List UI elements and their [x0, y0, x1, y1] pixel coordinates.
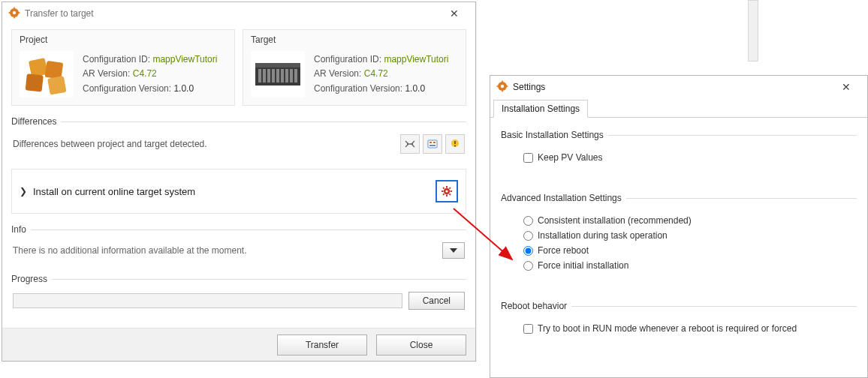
svg-rect-39: [502, 80, 503, 82]
chevron-right-icon: ❯: [20, 186, 27, 196]
close-icon: ✕: [450, 8, 459, 19]
progress-section: Progress Cancel: [11, 274, 466, 314]
settings-dialog: Settings ✕ Installation Settings Basic I…: [490, 75, 868, 378]
svg-rect-21: [428, 140, 437, 148]
settings-title: Settings: [513, 82, 831, 92]
target-config-id: mappViewTutori: [384, 54, 448, 64]
install-settings-button[interactable]: [436, 180, 458, 202]
svg-point-26: [454, 146, 456, 147]
force-initial-label: Force initial installation: [538, 260, 628, 271]
diff-compare-button[interactable]: [400, 134, 420, 154]
cancel-button[interactable]: Cancel: [408, 292, 465, 310]
svg-rect-23: [433, 142, 436, 143]
transfer-button[interactable]: Transfer: [277, 334, 367, 356]
try-run-checkbox[interactable]: [523, 324, 533, 334]
svg-rect-4: [9, 12, 11, 14]
svg-rect-3: [14, 16, 15, 18]
svg-point-28: [445, 190, 448, 192]
target-config-id-label: Configuration ID:: [314, 54, 381, 64]
svg-rect-41: [497, 86, 499, 87]
diff-module-button[interactable]: [423, 134, 442, 154]
svg-rect-2: [14, 7, 15, 9]
force-reboot-radio[interactable]: [523, 246, 533, 256]
close-icon: ✕: [842, 82, 851, 92]
svg-point-1: [13, 10, 16, 14]
target-ar-version: C4.72: [364, 68, 388, 79]
settings-close-button[interactable]: ✕: [831, 77, 861, 97]
advanced-legend: Advanced Installation Settings: [501, 193, 857, 203]
project-legend: Project: [20, 34, 227, 45]
tab-installation-settings[interactable]: Installation Settings: [493, 100, 588, 118]
svg-rect-22: [429, 142, 432, 143]
svg-rect-8: [26, 74, 44, 92]
info-legend: Info: [11, 224, 466, 235]
svg-rect-16: [276, 69, 279, 82]
keep-pv-label: Keep PV Values: [538, 152, 603, 163]
force-reboot-label: Force reboot: [538, 245, 589, 256]
basic-legend: Basic Installation Settings: [501, 130, 857, 140]
differences-legend: Differences: [11, 116, 466, 127]
transfer-title: Transfer to target: [25, 8, 439, 19]
svg-line-36: [443, 194, 445, 195]
svg-rect-5: [18, 12, 20, 14]
project-ar-label: AR Version:: [83, 68, 130, 79]
target-conf-ver: 1.0.0: [405, 83, 425, 94]
project-thumbnail: [20, 51, 74, 98]
settings-tabbar: Installation Settings: [490, 98, 867, 118]
app-icon: [496, 80, 508, 94]
svg-rect-11: [255, 63, 300, 68]
close-button[interactable]: Close: [376, 334, 466, 356]
svg-rect-40: [502, 89, 503, 92]
consistent-label: Consistent installation (recommended): [538, 215, 692, 226]
project-conf-ver: 1.0.0: [173, 83, 194, 94]
svg-rect-42: [506, 86, 508, 87]
settings-titlebar[interactable]: Settings ✕: [490, 76, 867, 98]
project-config-id-label: Configuration ID:: [83, 54, 150, 64]
project-conf-ver-label: Configuration Version:: [83, 83, 171, 94]
svg-rect-12: [258, 69, 261, 82]
transfer-close-button[interactable]: ✕: [439, 4, 469, 23]
during-task-label: Installation during task operation: [538, 230, 668, 241]
svg-rect-20: [294, 69, 297, 82]
consistent-radio[interactable]: [523, 216, 533, 226]
svg-line-33: [443, 188, 445, 189]
transfer-titlebar[interactable]: Transfer to target ✕: [2, 2, 475, 25]
project-ar-version: C4.72: [133, 68, 157, 79]
svg-line-34: [449, 194, 451, 195]
info-dropdown-button[interactable]: [442, 242, 465, 259]
svg-rect-9: [47, 76, 66, 94]
force-initial-radio[interactable]: [523, 261, 533, 271]
reboot-legend: Reboot behavior: [501, 301, 857, 311]
app-icon: [8, 7, 20, 21]
svg-rect-14: [267, 69, 270, 82]
svg-rect-18: [285, 69, 288, 82]
background-scrollbar: [748, 0, 758, 62]
during-task-radio[interactable]: [523, 231, 533, 241]
progress-legend: Progress: [11, 274, 466, 284]
info-text: There is no additional information avail…: [13, 245, 442, 256]
diff-warn-button[interactable]: [445, 134, 465, 154]
target-ar-label: AR Version:: [314, 68, 361, 79]
info-section: Info There is no additional information …: [11, 224, 466, 263]
svg-rect-19: [290, 69, 293, 82]
triangle-down-icon: [450, 248, 457, 253]
target-panel: Target: [243, 29, 466, 106]
svg-rect-17: [281, 69, 284, 82]
keep-pv-checkbox[interactable]: [523, 153, 533, 163]
target-thumbnail: [251, 51, 305, 98]
svg-rect-15: [272, 69, 275, 82]
install-text: Install on current online target system: [33, 186, 436, 197]
project-config-id: mappViewTutori: [152, 54, 217, 64]
progress-bar: [13, 293, 402, 308]
differences-section: Differences Differences between project …: [11, 116, 466, 158]
svg-rect-24: [429, 145, 436, 146]
differences-text: Differences between project and target d…: [13, 139, 397, 149]
svg-point-38: [501, 84, 504, 87]
transfer-footer: Transfer Close: [2, 328, 475, 361]
svg-line-35: [449, 188, 451, 189]
project-panel: Project Configuration: [11, 29, 235, 106]
try-run-label: Try to boot in RUN mode whenever a reboo…: [538, 323, 797, 334]
target-legend: Target: [251, 34, 458, 45]
transfer-dialog: Transfer to target ✕ Project: [2, 2, 476, 362]
install-row[interactable]: ❯ Install on current online target syste…: [11, 169, 466, 214]
